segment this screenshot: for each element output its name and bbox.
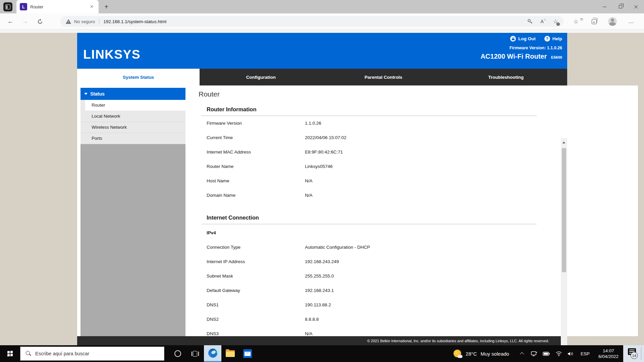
sidebar-group-status[interactable]: Status — [80, 88, 185, 100]
password-key-icon[interactable] — [527, 19, 533, 24]
taskbar-clock[interactable]: 14:07 6/04/2022 — [598, 348, 619, 359]
back-button[interactable]: ← — [6, 17, 15, 26]
sunny-weather-icon — [453, 350, 462, 358]
file-explorer-button[interactable] — [221, 345, 239, 362]
router-model: AC1200 Wi-Fi Router E5600 — [481, 53, 562, 60]
list-lines-glyph — [580, 18, 583, 19]
help-link[interactable]: ? Help — [544, 36, 562, 42]
favorites-button[interactable]: ☆ — [571, 17, 581, 26]
tab-parental-controls[interactable]: Parental Controls — [322, 69, 445, 85]
info-rows: Firmware Version1.1.0.26 Current Time202… — [201, 116, 537, 202]
new-tab-button[interactable]: + — [102, 2, 111, 11]
table-row: Firmware Version1.1.0.26 — [201, 116, 537, 130]
edge-taskbar-button[interactable] — [204, 345, 221, 362]
browser-toolbar: ← → ! No seguro 192.168.1.1/system-statu… — [0, 13, 644, 29]
sidebar-item-local-network[interactable]: Local Network — [80, 111, 185, 122]
collections-button[interactable]: + — [589, 17, 599, 26]
row-value: 192.168.243.249 — [305, 259, 339, 264]
section-internet-connection: Internet Connection IPv4 Connection Type… — [201, 215, 537, 336]
row-value: E8:9F:80:42:6C:71 — [305, 149, 343, 155]
sidebar-item-ports[interactable]: Ports — [80, 133, 185, 144]
window-minimize-button[interactable] — [597, 0, 612, 13]
monitor-icon — [531, 351, 537, 356]
restore-icon — [619, 5, 622, 8]
row-label: DNS2 — [207, 317, 305, 322]
language-indicator[interactable]: ESP — [581, 351, 590, 356]
sidebar-items: Router Local Network Wireless Network Po… — [80, 100, 185, 144]
row-value: N/A — [305, 178, 313, 183]
security-label: No seguro — [74, 19, 95, 24]
scrollbar-thumb[interactable] — [562, 148, 566, 272]
chevron-down-icon — [84, 93, 88, 95]
volume-icon[interactable] — [568, 351, 574, 356]
task-view-icon — [192, 351, 199, 357]
sidebar: Status Router Local Network Wireless Net… — [80, 85, 185, 336]
tab-configuration[interactable]: Configuration — [200, 69, 322, 85]
window-close-button[interactable] — [628, 0, 644, 13]
add-favorite-icon[interactable]: ☆+ — [553, 18, 558, 25]
settings-menu-button[interactable]: … — [627, 17, 636, 26]
address-bar[interactable]: ! No seguro 192.168.1.1/system-status.ht… — [60, 16, 564, 27]
show-desktop-divider[interactable] — [641, 347, 641, 360]
taskbar-search-box[interactable] — [20, 347, 164, 361]
page-scrollbar[interactable] — [561, 138, 567, 362]
tab-system-status[interactable]: System Status — [77, 69, 200, 85]
row-label: Host Name — [207, 178, 305, 183]
table-row: Internet IP Address192.168.243.249 — [201, 254, 537, 269]
plus-badge: + — [556, 22, 560, 26]
not-secure-warning-icon: ! — [66, 19, 71, 24]
row-value: 190.113.88.2 — [305, 302, 331, 307]
tab-close-icon[interactable] — [88, 4, 95, 10]
connect-display-icon[interactable] — [531, 351, 537, 356]
main-nav: System Status Configuration Parental Con… — [77, 69, 567, 85]
battery-icon[interactable] — [543, 352, 550, 356]
sidebar-item-wireless-network[interactable]: Wireless Network — [80, 122, 185, 133]
scroll-up-arrow-icon[interactable] — [562, 141, 565, 143]
notification-badge: 14 — [631, 352, 638, 359]
main-panel: Router Router Information Firmware Versi… — [185, 85, 638, 336]
tab-troubleshooting[interactable]: Troubleshooting — [445, 69, 567, 85]
weather-widget[interactable]: 28°C Muy soleado — [453, 350, 509, 358]
table-row: Router NameLinksys05746 — [201, 159, 537, 174]
cortana-button[interactable] — [169, 345, 186, 362]
ipv4-subheading: IPv4 — [207, 228, 537, 235]
linksys-favicon: L — [20, 3, 27, 10]
browser-tab-strip: L Router … + — [0, 0, 644, 13]
row-label: Current Time — [207, 135, 305, 140]
tab-actions-menu-icon[interactable] — [3, 2, 12, 11]
sidebar-filler — [80, 144, 185, 336]
logout-link[interactable]: Log Out — [510, 36, 536, 42]
lock-icon — [510, 36, 516, 42]
row-label: Domain Name — [207, 193, 305, 198]
section-router-information: Router Information Firmware Version1.1.0… — [201, 106, 537, 202]
wifi-icon[interactable] — [555, 351, 562, 356]
profile-button[interactable] — [608, 17, 617, 26]
window-restore-button[interactable] — [612, 0, 628, 13]
show-hidden-icons-chevron[interactable] — [520, 352, 524, 356]
help-icon: ? — [544, 36, 550, 42]
row-value: N/A — [305, 331, 313, 336]
mail-button[interactable] — [239, 345, 256, 362]
page-body: Status Router Local Network Wireless Net… — [77, 85, 567, 336]
table-row: Connection TypeAutomatic Configuration -… — [201, 240, 537, 254]
search-icon — [25, 351, 31, 357]
help-label: Help — [552, 36, 562, 41]
refresh-button[interactable] — [36, 17, 44, 26]
forward-button: → — [21, 17, 30, 26]
system-tray: 28°C Muy soleado — [453, 345, 644, 362]
linksys-header: LINKSYS Log Out ? Help Firmware Version:… — [77, 33, 567, 69]
sidebar-item-router[interactable]: Router — [85, 100, 185, 111]
browser-tab-router[interactable]: L Router … — [16, 0, 99, 13]
star-icon: ☆ — [573, 18, 578, 25]
task-view-button[interactable] — [186, 345, 204, 362]
row-label: DNS3 — [207, 331, 305, 336]
action-center-button[interactable]: 14 — [623, 345, 644, 362]
section-heading: Internet Connection — [201, 215, 537, 224]
search-input[interactable] — [35, 351, 146, 356]
start-button[interactable] — [0, 345, 20, 362]
tab-title: Router — [30, 4, 88, 9]
table-row: Current Time2022/04/06 15:07:02 — [201, 130, 537, 145]
info-rows: Connection TypeAutomatic Configuration -… — [201, 240, 537, 336]
read-aloud-icon[interactable]: A — [540, 19, 545, 24]
row-label: Internet MAC Address — [207, 149, 305, 155]
